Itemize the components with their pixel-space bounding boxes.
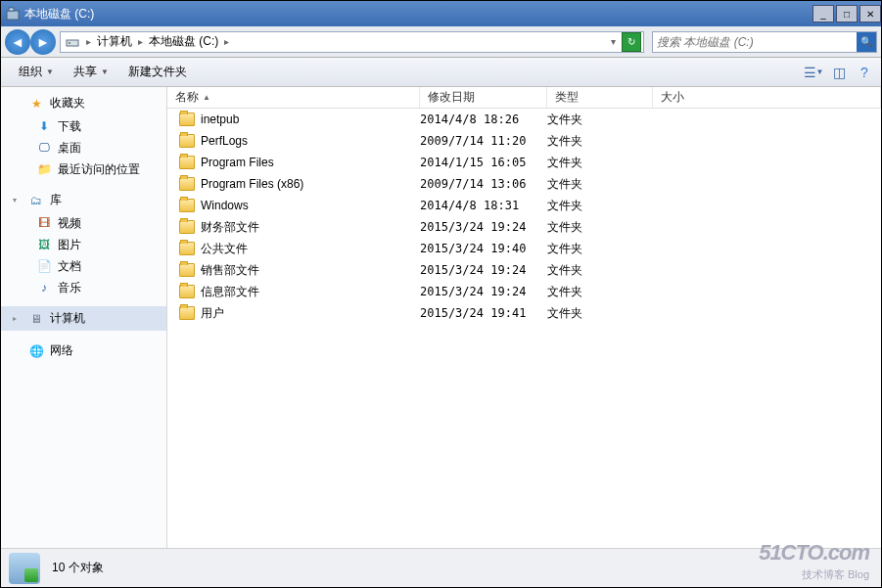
file-type: 文件夹 [547,198,653,214]
search-button[interactable]: 🔍 [857,32,876,52]
video-icon: 🎞 [36,215,52,231]
chevron-icon[interactable]: ▸ [134,36,147,47]
star-icon: ★ [28,96,44,112]
breadcrumb[interactable]: 计算机 [95,33,134,50]
folder-icon [179,220,195,234]
sidebar-item-desktop[interactable]: 🖵桌面 [1,137,166,158]
file-date: 2009/7/14 13:06 [420,177,547,191]
file-list: inetpub2014/4/8 18:26文件夹PerfLogs2009/7/1… [167,109,881,548]
sidebar-item-music[interactable]: ♪音乐 [1,277,166,298]
chevron-down-icon: ▾ [13,196,23,204]
col-type[interactable]: 类型 [547,87,653,108]
search-box[interactable]: 🔍 [652,31,877,53]
chevron-icon[interactable]: ▸ [220,36,233,47]
breadcrumb[interactable]: 本地磁盘 (C:) [147,33,220,50]
sidebar-item-documents[interactable]: 📄文档 [1,255,166,277]
sidebar-label: 收藏夹 [50,95,85,112]
folder-icon [179,306,195,320]
chevron-right-icon: ▸ [13,314,23,323]
refresh-button[interactable]: ↻ [622,32,641,52]
col-name[interactable]: 名称▲ [167,87,420,108]
picture-icon: 🖼 [36,237,52,252]
help-icon[interactable]: ? [856,64,873,81]
file-name: Program Files [201,156,274,169]
table-row[interactable]: 公共文件2015/3/24 19:40文件夹 [167,238,881,259]
back-button[interactable]: ◄ [5,29,30,55]
file-date: 2014/4/8 18:26 [420,113,547,126]
close-button[interactable]: ✕ [859,5,881,23]
table-row[interactable]: Program Files (x86)2009/7/14 13:06文件夹 [167,173,881,195]
desktop-icon: 🖵 [36,140,52,156]
sidebar-item-recent[interactable]: 📁最近访问的位置 [1,158,166,180]
sidebar-computer[interactable]: ▸ 🖥 计算机 [1,306,166,331]
file-type: 文件夹 [547,219,653,236]
folder-icon [179,242,195,255]
file-type: 文件夹 [547,155,653,171]
file-type: 文件夹 [547,241,653,257]
address-bar[interactable]: ▸ 计算机 ▸ 本地磁盘 (C:) ▸ ▾ ↻ [60,31,644,53]
recent-icon: 📁 [36,161,52,177]
folder-icon [179,156,195,169]
file-type: 文件夹 [547,133,653,150]
folder-icon [179,177,195,191]
col-size[interactable]: 大小 [653,87,881,108]
file-type: 文件夹 [547,262,653,279]
status-bar: 10 个对象 [1,548,881,587]
file-name: 信息部文件 [201,284,259,300]
sidebar-item-downloads[interactable]: ⬇下载 [1,115,166,137]
file-type: 文件夹 [547,176,653,193]
sidebar-label: 网络 [50,342,73,359]
organize-menu[interactable]: 组织▼ [9,64,64,80]
col-date[interactable]: 修改日期 [420,87,547,108]
file-name: 公共文件 [201,241,248,257]
maximize-button[interactable]: □ [836,5,858,23]
file-name: 用户 [201,305,224,322]
network-icon: 🌐 [28,343,44,359]
table-row[interactable]: 销售部文件2015/3/24 19:24文件夹 [167,259,881,281]
table-row[interactable]: PerfLogs2009/7/14 11:20文件夹 [167,130,881,152]
folder-icon [179,134,195,148]
share-menu[interactable]: 共享▼ [64,64,118,80]
file-name: 销售部文件 [201,262,259,279]
file-date: 2014/4/8 18:31 [420,199,547,212]
svg-rect-1 [9,8,14,11]
table-row[interactable]: Windows2014/4/8 18:31文件夹 [167,195,881,216]
svg-rect-2 [67,40,78,46]
drive-icon [9,553,40,584]
sidebar: ★ 收藏夹 ⬇下载 🖵桌面 📁最近访问的位置 ▾ 🗂 库 🎞视频 🖼图片 📄文档… [1,87,167,548]
folder-icon [179,199,195,212]
new-folder-button[interactable]: 新建文件夹 [118,64,197,80]
preview-pane-icon[interactable]: ◫ [830,64,848,81]
nav-bar: ◄ ► ▸ 计算机 ▸ 本地磁盘 (C:) ▸ ▾ ↻ 🔍 [1,26,881,58]
table-row[interactable]: 财务部文件2015/3/24 19:24文件夹 [167,216,881,238]
sidebar-item-videos[interactable]: 🎞视频 [1,212,166,234]
download-icon: ⬇ [36,118,52,134]
search-input[interactable] [653,35,857,49]
file-name: Windows [201,199,249,212]
table-row[interactable]: 信息部文件2015/3/24 19:24文件夹 [167,281,881,302]
computer-icon: 🖥 [28,311,44,327]
view-menu-icon[interactable]: ☰ ▼ [805,64,822,81]
history-dropdown[interactable]: ▾ [607,36,620,47]
file-type: 文件夹 [547,112,653,128]
sidebar-libraries[interactable]: ▾ 🗂 库 [1,188,166,212]
table-row[interactable]: 用户2015/3/24 19:41文件夹 [167,302,881,324]
file-date: 2015/3/24 19:24 [420,220,547,234]
music-icon: ♪ [36,280,52,295]
sidebar-favorites[interactable]: ★ 收藏夹 [1,91,166,115]
table-row[interactable]: Program Files2014/1/15 16:05文件夹 [167,152,881,173]
folder-icon [179,285,195,298]
chevron-icon[interactable]: ▸ [82,36,95,47]
main-area: ★ 收藏夹 ⬇下载 🖵桌面 📁最近访问的位置 ▾ 🗂 库 🎞视频 🖼图片 📄文档… [1,87,881,548]
table-row[interactable]: inetpub2014/4/8 18:26文件夹 [167,109,881,130]
minimize-button[interactable]: _ [812,5,834,23]
sidebar-item-pictures[interactable]: 🖼图片 [1,234,166,255]
file-pane: 名称▲ 修改日期 类型 大小 inetpub2014/4/8 18:26文件夹P… [167,87,881,548]
file-name: PerfLogs [201,134,248,148]
library-icon: 🗂 [28,193,44,208]
sidebar-network[interactable]: 🌐 网络 [1,339,166,363]
sidebar-label: 库 [50,192,62,208]
column-header: 名称▲ 修改日期 类型 大小 [167,87,881,109]
drive-icon [63,34,82,50]
forward-button[interactable]: ► [30,29,56,55]
